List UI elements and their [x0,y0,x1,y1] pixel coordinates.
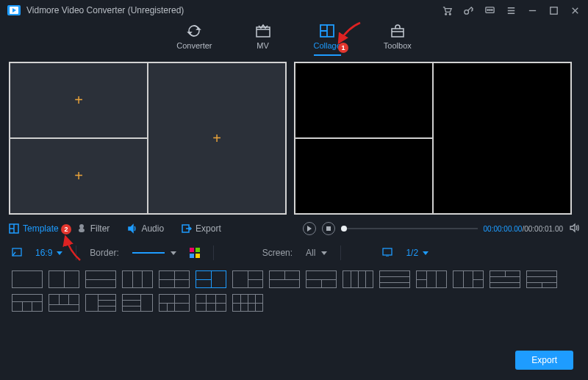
template-item[interactable] [122,270,153,288]
tab-label: MV [257,41,269,50]
template-item[interactable] [122,294,153,312]
template-item[interactable] [453,270,484,288]
plus-icon [74,168,83,184]
tab-mv[interactable]: MV [255,24,271,50]
key-icon[interactable] [463,5,474,16]
template-item[interactable] [416,270,447,288]
subtab-label: Template [23,223,59,234]
subtab-label: Filter [90,223,110,234]
subtab-label: Export [196,223,221,234]
svg-marker-23 [423,251,429,255]
color-picker-icon[interactable] [190,248,200,258]
template-item[interactable] [12,294,43,312]
separator [340,245,341,260]
plus-icon [74,92,83,109]
template-item[interactable] [269,270,300,288]
svg-marker-12 [188,32,191,34]
progress-slider[interactable] [341,228,478,229]
plus-icon [212,130,221,147]
template-item[interactable] [490,270,520,288]
template-item[interactable] [159,270,190,288]
border-label: Border: [90,248,118,258]
collage-cell[interactable] [10,138,148,214]
svg-point-6 [487,9,489,10]
svg-rect-13 [257,27,270,37]
volume-icon[interactable] [569,223,579,235]
subtab-audio[interactable]: Audio [127,223,164,234]
svg-marker-11 [197,28,200,29]
export-button[interactable]: Export [515,351,573,370]
chevron-down-icon [171,251,176,255]
window-controls [442,5,581,16]
maximize-icon[interactable] [548,5,559,16]
app-logo-icon [7,5,21,15]
svg-point-3 [449,13,451,15]
template-item[interactable] [49,294,79,312]
svg-rect-22 [383,248,392,255]
ratio-dropdown[interactable]: 16:9 [35,248,62,258]
subtab-label: Audio [141,223,164,234]
template-item[interactable] [343,270,373,288]
preview-cell [433,62,571,214]
filter-icon [76,223,87,234]
separator [76,245,76,260]
preview-panel [294,62,572,215]
ratio-value: 16:9 [35,248,52,258]
time-display: 00:00:00.00/00:00:01.00 [484,225,563,233]
template-item[interactable] [232,294,263,312]
menu-icon[interactable] [506,5,517,16]
mv-icon [255,24,271,38]
template-item[interactable] [196,294,226,312]
border-style-dropdown[interactable] [132,251,176,255]
settings-bar: 16:9 Border: Screen: All 1/2 [0,235,588,266]
chevron-down-icon [321,251,327,255]
play-button[interactable] [303,222,316,235]
collage-cell[interactable] [148,62,286,214]
template-item[interactable] [526,270,557,288]
tab-label: Toolbox [384,41,412,50]
screen-value: All [306,248,315,258]
tab-converter[interactable]: Converter [176,24,212,50]
template-item[interactable] [232,270,263,288]
tab-toolbox[interactable]: Toolbox [384,24,412,50]
tab-label: Converter [176,41,212,50]
subtab-filter[interactable]: Filter [76,223,110,234]
preview-cell [295,138,433,214]
template-item[interactable] [85,270,116,288]
ratio-icon[interactable] [12,248,22,259]
title-bar: Vidmore Video Converter (Unregistered) [0,0,588,21]
template-item[interactable] [85,294,116,312]
templates-grid [0,266,588,316]
converter-icon [186,24,202,38]
stop-button[interactable] [322,222,335,235]
screen-dropdown[interactable]: All [306,248,327,258]
page-dropdown[interactable]: 1/2 [406,248,429,258]
template-item[interactable] [196,270,226,288]
subtab-template[interactable]: Template [9,223,59,234]
tab-collage[interactable]: Collage [314,24,341,50]
subtab-export[interactable]: Export [182,223,221,234]
toolbox-icon [390,24,406,38]
tab-label: Collage [314,41,341,50]
collage-icon [319,24,335,38]
player-bar: Template Filter Audio Export 00:00:00.00… [9,222,579,235]
export-icon [182,223,192,234]
template-item[interactable] [379,270,410,288]
svg-rect-19 [326,226,331,231]
template-item[interactable] [159,294,190,312]
svg-rect-15 [392,29,404,37]
screen-mode-icon[interactable] [382,248,392,259]
collage-cell[interactable] [10,62,148,138]
svg-point-7 [490,9,491,10]
template-item[interactable] [49,270,79,288]
cart-icon[interactable] [442,5,453,16]
minimize-icon[interactable] [527,5,538,16]
screen-label: Screen: [262,248,293,258]
template-item[interactable] [12,270,43,288]
separator [213,245,214,260]
preview-cell [295,62,433,138]
svg-marker-18 [307,226,312,232]
feedback-icon[interactable] [484,5,495,16]
template-item[interactable] [306,270,337,288]
close-icon[interactable] [570,5,581,16]
